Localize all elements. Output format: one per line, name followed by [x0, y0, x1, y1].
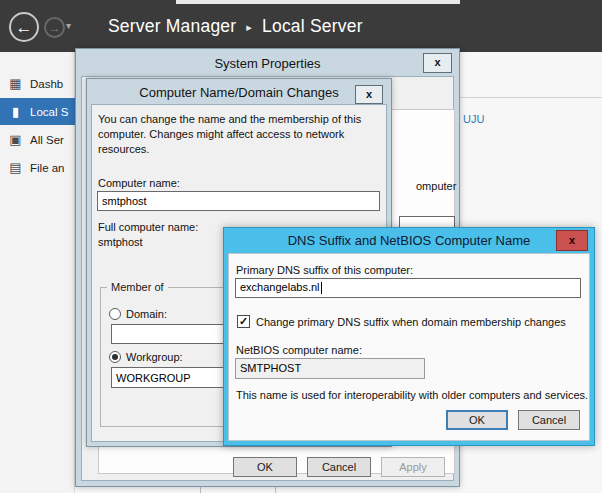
dialog-description: You can change the name and the membersh… [98, 112, 376, 157]
breadcrumb-local-server[interactable]: Local Server [262, 16, 363, 37]
sidebar-item-label: File an [30, 162, 65, 174]
cancel-button[interactable]: Cancel [307, 457, 371, 477]
tabpage-text-fragment: omputer [416, 180, 456, 192]
apply-button: Apply [381, 457, 445, 477]
computer-name-dialog-title: Computer Name/Domain Changes [87, 79, 391, 100]
properties-panel-divider [460, 97, 602, 98]
breadcrumb-server-manager[interactable]: Server Manager [108, 16, 236, 37]
computer-name-label: Computer name: [98, 177, 180, 189]
dns-dialog-title: DNS Suffix and NetBIOS Computer Name [224, 228, 594, 248]
back-button[interactable]: ← [9, 12, 39, 42]
primary-dns-label: Primary DNS suffix of this computer: [236, 264, 413, 276]
breadcrumb-separator-icon: ▸ [246, 19, 252, 34]
text-cursor [321, 282, 322, 294]
nav-dropdown-caret-icon[interactable]: ▾ [66, 20, 71, 31]
ok-button[interactable]: OK [233, 457, 297, 477]
computer-name-input[interactable] [97, 191, 380, 211]
workgroup-radio-label: Workgroup: [126, 351, 183, 363]
forward-button[interactable]: → [44, 17, 65, 38]
full-computer-name-label: Full computer name: [98, 221, 198, 233]
title-bar: ← → ▾ Server Manager ▸ Local Server [0, 0, 602, 52]
sidebar-item-label: Local S [30, 106, 68, 118]
member-of-label: Member of [107, 281, 168, 293]
table-column-divider [275, 487, 276, 493]
primary-dns-input[interactable]: exchangelabs.nl [235, 278, 581, 298]
computer-name-link-fragment[interactable]: UJU [463, 113, 484, 125]
close-icon[interactable]: x [556, 230, 588, 251]
close-icon[interactable]: x [423, 53, 452, 73]
sidebar-item-label: Dashb [30, 78, 63, 90]
dns-suffix-netbios-dialog: DNS Suffix and NetBIOS Computer Name x P… [223, 227, 595, 446]
table-column-divider [200, 487, 201, 493]
forward-arrow-icon: → [49, 22, 61, 34]
change-dns-checkbox-label: Change primary DNS suffix when domain me… [256, 316, 566, 328]
back-arrow-icon: ← [16, 19, 33, 36]
ok-button[interactable]: OK [446, 410, 508, 430]
sidebar-item-file-storage[interactable]: ▤ File an [0, 154, 75, 181]
all-servers-icon: ▣ [8, 132, 23, 147]
file-storage-icon: ▤ [8, 160, 23, 175]
netbios-label: NetBIOS computer name: [236, 344, 362, 356]
sidebar: ▦ Dashb ▮ Local S ▣ All Ser ▤ File an [0, 52, 75, 493]
dashboard-icon: ▦ [8, 76, 23, 91]
cancel-button[interactable]: Cancel [518, 410, 580, 430]
breadcrumb: Server Manager ▸ Local Server [108, 0, 363, 52]
local-server-icon: ▮ [8, 104, 23, 119]
netbios-note: This name is used for interoperability w… [236, 389, 588, 401]
full-computer-name-value: smtphost [98, 236, 143, 248]
system-properties-title: System Properties [76, 49, 459, 71]
workgroup-radio[interactable] [109, 351, 121, 363]
change-dns-checkbox[interactable]: ✓ [237, 315, 250, 328]
sidebar-item-label: All Ser [30, 134, 64, 146]
netbios-readonly-field: SMTPHOST [235, 358, 425, 379]
sidebar-item-local-server[interactable]: ▮ Local S [0, 98, 75, 125]
close-icon[interactable]: x [355, 85, 383, 104]
sidebar-item-dashboard[interactable]: ▦ Dashb [0, 70, 75, 97]
sidebar-item-all-servers[interactable]: ▣ All Ser [0, 126, 75, 153]
domain-radio-label: Domain: [126, 308, 167, 320]
domain-radio[interactable] [109, 308, 121, 320]
